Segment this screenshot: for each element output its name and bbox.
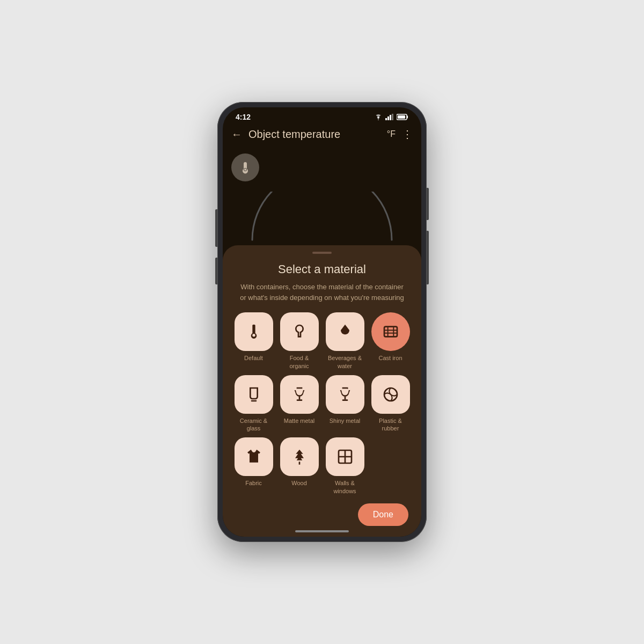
material-icon-matte-metal	[280, 375, 319, 414]
trophy-shiny-icon	[336, 386, 354, 403]
tshirt-icon	[245, 448, 262, 465]
home-bar	[295, 530, 349, 532]
bottom-sheet: Select a material With containers, choos…	[223, 245, 421, 537]
material-icon-plastic-rubber	[371, 375, 410, 414]
material-item-beverages-water[interactable]: Beverages & water	[325, 312, 365, 370]
thermometer-icon	[239, 161, 252, 174]
wifi-icon	[374, 114, 383, 120]
signal-icon	[385, 114, 394, 120]
svg-rect-5	[398, 115, 405, 119]
material-icon-beverages-water	[326, 312, 364, 351]
drag-handle[interactable]	[312, 252, 332, 254]
material-icon-wood	[280, 437, 319, 476]
material-grid: Default Food & organic	[233, 312, 411, 495]
svg-point-7	[244, 169, 246, 171]
material-item-walls-windows[interactable]: Walls & windows	[325, 437, 365, 495]
material-label-walls-windows: Walls & windows	[326, 479, 364, 495]
unit-button[interactable]: °F	[387, 129, 396, 139]
trophy-matte-icon	[291, 386, 308, 403]
material-icon-cast-iron	[371, 312, 410, 351]
more-options-button[interactable]: ⋮	[402, 128, 413, 141]
material-item-default[interactable]: Default	[233, 312, 274, 370]
volume-up-button[interactable]	[215, 209, 217, 247]
status-time: 4:12	[236, 113, 251, 121]
food-icon	[291, 323, 308, 340]
sheet-description: With containers, choose the material of …	[233, 282, 411, 303]
app-title: Object temperature	[248, 128, 387, 141]
material-item-cast-iron[interactable]: Cast iron	[370, 312, 411, 370]
material-icon-walls-windows	[326, 437, 364, 476]
phone-frame: 4:12	[217, 102, 427, 542]
material-label-food-organic: Food & organic	[281, 354, 318, 370]
svg-rect-17	[342, 399, 348, 401]
done-button[interactable]: Done	[358, 503, 408, 526]
material-icon-ceramic-glass	[235, 375, 273, 414]
material-item-ceramic-glass[interactable]: Ceramic & glass	[233, 375, 274, 433]
material-icon-fabric	[235, 437, 273, 476]
svg-rect-13	[251, 400, 257, 401]
svg-line-18	[347, 388, 348, 389]
thermometer-default-icon	[245, 323, 262, 340]
app-bar: ← Object temperature °F ⋮	[223, 123, 421, 145]
volume-down-button[interactable]	[215, 258, 217, 284]
camera-button[interactable]	[427, 231, 429, 284]
svg-rect-6	[407, 116, 408, 119]
material-label-default: Default	[244, 354, 263, 362]
measurement-arc	[241, 192, 402, 245]
power-button[interactable]	[427, 188, 429, 220]
material-icon-default	[235, 312, 273, 351]
material-label-wood: Wood	[291, 479, 307, 487]
battery-icon	[397, 114, 408, 120]
svg-rect-20	[298, 462, 300, 465]
material-item-shiny-metal[interactable]: Shiny metal	[325, 375, 365, 433]
svg-rect-3	[392, 114, 393, 120]
material-item-plastic-rubber[interactable]: Plastic & rubber	[370, 375, 411, 433]
material-item-wood[interactable]: Wood	[279, 437, 319, 495]
material-item-matte-metal[interactable]: Matte metal	[279, 375, 319, 433]
material-item-fabric[interactable]: Fabric	[233, 437, 274, 495]
svg-rect-1	[387, 116, 389, 120]
material-label-ceramic-glass: Ceramic & glass	[235, 417, 273, 433]
temperature-indicator	[231, 153, 259, 181]
window-icon	[336, 448, 354, 465]
svg-rect-0	[385, 118, 387, 120]
material-label-matte-metal: Matte metal	[284, 417, 314, 425]
back-button[interactable]: ←	[231, 128, 242, 141]
done-button-row: Done	[233, 503, 411, 526]
svg-rect-15	[296, 399, 302, 401]
phone-screen: 4:12	[223, 107, 421, 537]
tree-icon	[291, 448, 308, 465]
material-item-food-organic[interactable]: Food & organic	[279, 312, 319, 370]
material-label-cast-iron: Cast iron	[378, 354, 402, 362]
camera-area	[223, 145, 421, 245]
basketball-icon	[382, 386, 399, 403]
material-icon-shiny-metal	[326, 375, 364, 414]
status-icons	[374, 114, 408, 120]
svg-rect-2	[390, 115, 391, 120]
material-icon-food-organic	[280, 312, 319, 351]
material-label-plastic-rubber: Plastic & rubber	[372, 417, 409, 433]
material-label-beverages-water: Beverages & water	[326, 354, 364, 370]
material-label-fabric: Fabric	[245, 479, 262, 487]
cup-icon	[245, 386, 262, 403]
status-bar: 4:12	[223, 107, 421, 123]
material-label-shiny-metal: Shiny metal	[330, 417, 360, 425]
water-drop-icon	[336, 323, 354, 340]
sheet-title: Select a material	[233, 262, 411, 276]
svg-rect-16	[344, 397, 346, 399]
svg-rect-8	[384, 327, 397, 337]
cast-iron-icon	[382, 323, 399, 340]
svg-rect-14	[298, 397, 300, 399]
